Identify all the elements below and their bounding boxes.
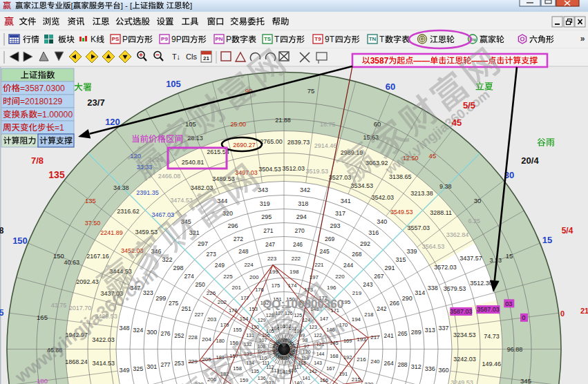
svg-text:=3587.0300: =3587.0300 [20,84,65,93]
svg-text:PN: PN [215,36,222,42]
svg-text:2765.00: 2765.00 [260,138,283,145]
svg-text:3564.53: 3564.53 [422,243,445,250]
svg-text:289: 289 [411,329,421,336]
svg-text:241: 241 [384,332,394,339]
svg-text:175: 175 [272,282,281,289]
svg-text:15: 15 [506,252,513,260]
svg-text:348: 348 [119,325,129,332]
svg-text:3467.03: 3467.03 [151,211,174,218]
svg-text:3249.53: 3249.53 [451,379,473,384]
svg-text:P: P [226,35,231,44]
svg-text:18.75: 18.75 [320,121,336,128]
svg-text:222: 222 [292,256,301,262]
svg-text:249: 249 [215,262,225,269]
svg-text:201: 201 [232,285,242,291]
svg-text:205: 205 [202,356,211,363]
svg-text:03: 03 [505,300,512,307]
svg-text:0: 0 [560,309,565,318]
svg-text:34.38: 34.38 [113,184,129,191]
svg-text:301: 301 [146,363,157,370]
svg-text:3474.53: 3474.53 [170,197,193,204]
svg-text:223: 223 [267,256,277,262]
svg-text:3549.53: 3549.53 [390,209,413,215]
svg-text:240: 240 [370,358,380,365]
svg-text:250: 250 [196,281,205,288]
svg-text:267: 267 [374,273,383,280]
svg-text:297: 297 [198,240,208,247]
svg-text:219: 219 [352,290,362,296]
svg-text:135: 135 [251,369,259,374]
svg-text:=1.00000: =1.00000 [37,110,73,119]
svg-text:——: —— [413,56,430,66]
svg-text:270: 270 [295,227,305,234]
svg-text:229: 229 [188,358,198,365]
svg-text:K: K [91,35,96,44]
svg-text:226: 226 [207,290,216,296]
svg-text:3504.53: 3504.53 [258,166,281,173]
svg-text:105: 105 [185,120,196,128]
svg-text:277: 277 [160,361,170,368]
svg-text:300: 300 [146,329,157,336]
svg-text:140: 140 [294,381,302,384]
svg-text:T: T [379,35,385,44]
svg-text:296: 296 [228,222,238,229]
svg-text:3213.38: 3213.38 [410,190,433,197]
svg-text:130: 130 [251,325,259,329]
svg-text:247: 247 [265,241,275,248]
svg-text:293: 293 [330,222,340,229]
svg-text:45: 45 [452,117,462,128]
svg-text:142: 142 [309,369,317,374]
svg-text:120: 120 [105,117,120,127]
svg-text:1868.24: 1868.24 [65,358,88,365]
svg-text:]: ] [190,1,192,10]
svg-text:191: 191 [339,371,348,377]
svg-text:158: 158 [233,365,242,372]
svg-text:177: 177 [240,295,249,301]
svg-text:21: 21 [580,307,588,315]
svg-text:291: 291 [385,265,395,271]
svg-text:2690.27: 2690.27 [233,142,256,148]
svg-text:178: 178 [229,307,238,314]
svg-text:37.50: 37.50 [85,220,101,227]
svg-text:194: 194 [352,316,361,323]
svg-text:3459.53: 3459.53 [135,229,158,236]
svg-text:123: 123 [309,325,317,329]
svg-text:318: 318 [298,200,308,207]
svg-text:155: 155 [233,327,242,333]
svg-text:3242.03: 3242.03 [453,356,476,363]
svg-text:276: 276 [160,330,170,337]
svg-text:217: 217 [370,334,380,340]
svg-text:294: 294 [296,213,307,220]
svg-text:2092.43: 2092.43 [76,278,99,285]
svg-text:312: 312 [411,363,421,370]
svg-text:338: 338 [428,285,438,291]
svg-text:3519.53: 3519.53 [305,168,328,175]
svg-text:342: 342 [300,186,310,193]
svg-text:9.38: 9.38 [439,183,452,190]
svg-text:3288.11: 3288.11 [430,209,452,216]
svg-text:272: 272 [234,236,243,242]
svg-text:340: 340 [377,218,387,225]
svg-text:3542.03: 3542.03 [371,194,394,201]
svg-text:165: 165 [37,314,48,321]
svg-text:6.25: 6.25 [468,218,480,224]
svg-text:2540.81: 2540.81 [182,159,205,166]
svg-text:192: 192 [343,354,352,361]
svg-text:339: 339 [406,248,417,255]
svg-text:5/5: 5/5 [463,100,475,111]
svg-text:180: 180 [37,377,48,384]
svg-text:269: 269 [325,236,334,242]
svg-text:299: 299 [155,295,166,302]
svg-text:PS: PS [112,36,120,42]
svg-text:»: » [580,34,585,44]
svg-text:150: 150 [53,252,64,260]
svg-text:2466.08: 2466.08 [158,173,181,180]
svg-text:271: 271 [263,227,273,234]
svg-text:341: 341 [341,198,351,204]
svg-text:99: 99 [299,333,305,338]
svg-text:2391.35: 2391.35 [136,189,159,196]
svg-text:275: 275 [169,300,178,307]
svg-text:135: 135 [48,169,65,180]
svg-text:224: 224 [244,262,254,268]
svg-text:149.46: 149.46 [482,361,502,367]
